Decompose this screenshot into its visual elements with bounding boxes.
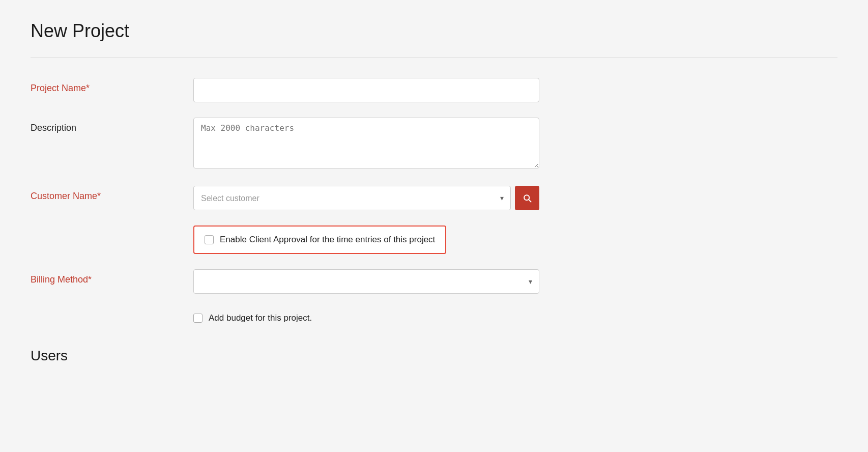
budget-label: Add budget for this project.	[209, 313, 312, 323]
budget-container[interactable]: Add budget for this project.	[193, 309, 312, 327]
description-input[interactable]	[193, 118, 539, 168]
client-approval-checkbox[interactable]	[205, 235, 214, 244]
client-approval-container[interactable]: Enable Client Approval for the time entr…	[193, 225, 446, 254]
client-approval-row: Enable Client Approval for the time entr…	[31, 225, 641, 254]
description-field	[193, 118, 539, 171]
project-name-input[interactable]	[193, 78, 539, 102]
billing-method-select[interactable]	[193, 269, 539, 294]
billing-method-field: ▾	[193, 269, 539, 294]
project-name-row: Project Name*	[31, 78, 641, 102]
page-title: New Project	[31, 20, 837, 42]
page-container: New Project Project Name* Description Cu…	[0, 0, 868, 452]
users-section-title: Users	[31, 348, 641, 364]
project-name-field	[193, 78, 539, 102]
client-approval-label: Enable Client Approval for the time entr…	[220, 235, 435, 245]
customer-name-field: Select customer ▾	[193, 186, 539, 210]
divider	[31, 57, 837, 58]
customer-name-select[interactable]: Select customer	[193, 186, 511, 210]
users-section: Users	[31, 348, 641, 364]
customer-name-row: Customer Name* Select customer ▾	[31, 186, 641, 210]
billing-method-row: Billing Method* ▾	[31, 269, 641, 294]
customer-select-wrapper: Select customer ▾	[193, 186, 511, 210]
project-name-label: Project Name*	[31, 78, 193, 94]
description-row: Description	[31, 118, 641, 171]
budget-checkbox[interactable]	[193, 314, 202, 323]
billing-method-select-wrapper: ▾	[193, 269, 539, 294]
search-icon	[522, 193, 532, 203]
billing-method-label: Billing Method*	[31, 269, 193, 285]
customer-select-group: Select customer ▾	[193, 186, 539, 210]
form-container: Project Name* Description Customer Name*…	[31, 78, 641, 364]
description-label: Description	[31, 118, 193, 133]
customer-name-label: Customer Name*	[31, 186, 193, 202]
budget-row: Add budget for this project.	[31, 309, 641, 327]
customer-search-button[interactable]	[515, 186, 539, 210]
